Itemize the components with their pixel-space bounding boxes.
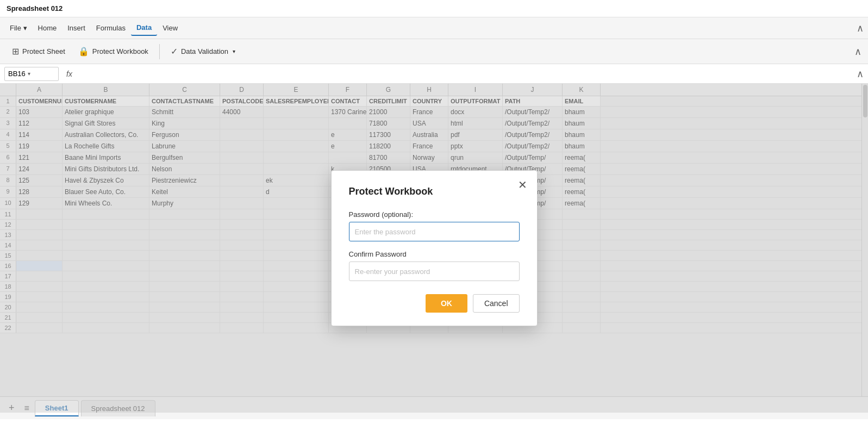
- formula-bar: BB16 ▾ fx ∧: [0, 64, 868, 84]
- fx-label: fx: [63, 70, 76, 78]
- protect-sheet-label: Protect Sheet: [22, 47, 65, 55]
- confirm-password-label: Confirm Password: [349, 250, 520, 258]
- protect-workbook-icon: 🔒: [78, 46, 89, 57]
- password-label: Password (optional):: [349, 210, 520, 219]
- dialog-overlay: Protect Workbook ✕ Password (optional): …: [0, 84, 868, 413]
- menu-data[interactable]: Data: [131, 20, 157, 36]
- protect-workbook-dialog: Protect Workbook ✕ Password (optional): …: [331, 170, 538, 326]
- menu-formulas[interactable]: Formulas: [91, 21, 131, 35]
- dialog-title: Protect Workbook: [349, 186, 520, 197]
- formula-bar-collapse-icon[interactable]: ∧: [857, 68, 864, 80]
- confirm-password-input[interactable]: [349, 262, 520, 281]
- toolbar: ⊞ Protect Sheet 🔒 Protect Workbook ✓ Dat…: [0, 39, 868, 64]
- spreadsheet-wrapper: A B C D E F G H I J K 1 CUSTOMERNUMBER C…: [0, 84, 868, 419]
- name-box-dropdown-icon[interactable]: ▾: [28, 71, 30, 77]
- name-box-value: BB16: [8, 70, 26, 78]
- title-bar-text: Spreadsheet 012: [7, 4, 63, 13]
- menu-home[interactable]: Home: [33, 21, 63, 35]
- spreadsheet-area: A B C D E F G H I J K 1 CUSTOMERNUMBER C…: [0, 84, 868, 413]
- formula-input[interactable]: [80, 67, 852, 81]
- ok-button[interactable]: OK: [426, 294, 467, 313]
- cancel-button[interactable]: Cancel: [473, 294, 520, 313]
- title-bar: Spreadsheet 012: [0, 0, 868, 17]
- password-input[interactable]: [349, 222, 520, 241]
- data-validation-label: Data Validation: [181, 47, 228, 55]
- data-validation-button[interactable]: ✓ Data Validation ▾: [165, 43, 241, 60]
- menu-file[interactable]: File ▾: [4, 21, 33, 35]
- protect-workbook-label: Protect Workbook: [92, 47, 148, 55]
- menu-insert[interactable]: Insert: [62, 21, 91, 35]
- menu-bar: File ▾ Home Insert Formulas Data View ∧: [0, 17, 868, 39]
- toolbar-collapse-icon[interactable]: ∧: [854, 46, 861, 58]
- protect-sheet-button[interactable]: ⊞ Protect Sheet: [7, 43, 71, 60]
- menu-view[interactable]: View: [157, 21, 183, 35]
- protect-workbook-button[interactable]: 🔒 Protect Workbook: [73, 43, 154, 60]
- toolbar-separator: [159, 44, 160, 59]
- dialog-close-button[interactable]: ✕: [518, 179, 527, 190]
- data-validation-icon: ✓: [171, 46, 178, 57]
- protect-sheet-icon: ⊞: [12, 46, 19, 57]
- name-box[interactable]: BB16 ▾: [4, 67, 59, 81]
- data-validation-dropdown-icon[interactable]: ▾: [233, 48, 235, 54]
- dialog-actions: OK Cancel: [349, 294, 520, 313]
- collapse-ribbon-icon[interactable]: ∧: [857, 22, 864, 34]
